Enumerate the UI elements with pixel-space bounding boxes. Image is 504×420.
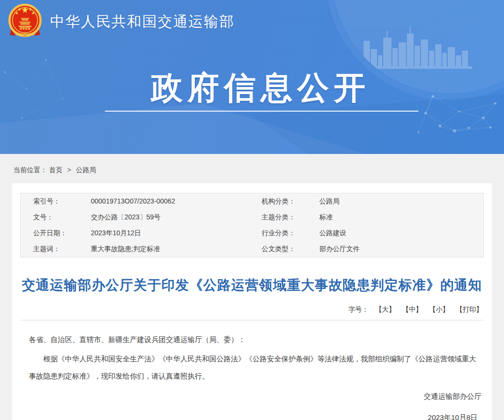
breadcrumb-bureau-link[interactable]: 公路局 bbox=[76, 166, 96, 174]
breadcrumb: 当前位置： 首页 > 公路局 bbox=[0, 154, 504, 183]
issuing-office: 交通运输部办公厅 bbox=[29, 390, 481, 403]
meta-label: 文号： bbox=[33, 209, 91, 225]
meta-label: 公文类型： bbox=[262, 241, 319, 257]
print-button[interactable]: 【打印】 bbox=[456, 305, 483, 313]
font-size-controls: 字号： 【大】 【中】 【小】 【打印】 bbox=[20, 305, 484, 320]
meta-value: 2023年10月12日 bbox=[91, 225, 141, 241]
meta-label: 机构分类： bbox=[262, 193, 319, 209]
meta-label: 索引号： bbox=[33, 193, 91, 209]
meta-row-agency-category: 机构分类： 公路局 bbox=[262, 193, 483, 209]
meta-value: 标准 bbox=[319, 209, 333, 225]
issue-date: 2023年10月8日 bbox=[29, 411, 481, 420]
body-paragraph: 根据《中华人民共和国安全生产法》《中华人民共和国公路法》《公路安全保护条例》等法… bbox=[29, 350, 481, 384]
title-underline bbox=[105, 111, 418, 112]
font-medium-button[interactable]: 【中】 bbox=[402, 305, 422, 313]
national-emblem-icon bbox=[7, 3, 43, 40]
meta-row-topic-category: 主题分类： 标准 bbox=[262, 209, 483, 225]
meta-row-industry-category: 行业分类： 公路建设 bbox=[262, 225, 483, 241]
meta-label: 行业分类： bbox=[262, 225, 319, 241]
meta-row-doc-type: 公文类型： 部办公厅文件 bbox=[262, 241, 483, 257]
site-masthead[interactable]: 中华人民共和国交通运输部 bbox=[7, 3, 235, 40]
meta-row-keywords: 主题词： 重大事故隐患;判定标准 bbox=[33, 241, 255, 257]
font-small-button[interactable]: 【小】 bbox=[429, 305, 449, 313]
meta-row-index-number: 索引号： 000019713O07/2023-00062 bbox=[33, 193, 255, 209]
meta-value: 公路局 bbox=[319, 193, 340, 209]
metadata-right-column: 机构分类： 公路局 主题分类： 标准 行业分类： 公路建设 公文类型： 部办公厅… bbox=[255, 193, 483, 257]
document-title: 交通运输部办公厅关于印发《公路运营领域重大事故隐患判定标准》的通知 bbox=[20, 277, 484, 294]
site-name: 中华人民共和国交通运输部 bbox=[50, 12, 235, 32]
metadata-left-column: 索引号： 000019713O07/2023-00062 文号： 交办公路〔20… bbox=[21, 193, 255, 257]
breadcrumb-separator: > bbox=[67, 166, 71, 174]
font-large-button[interactable]: 【大】 bbox=[375, 305, 395, 313]
city-skyline-graphic bbox=[332, 27, 472, 69]
page-title: 政府信息公开 bbox=[9, 66, 504, 110]
breadcrumb-home-link[interactable]: 首页 bbox=[49, 166, 63, 174]
meta-value: 公路建设 bbox=[319, 225, 346, 241]
meta-value: 000019713O07/2023-00062 bbox=[91, 193, 175, 209]
document-metadata: 索引号： 000019713O07/2023-00062 文号： 交办公路〔20… bbox=[20, 193, 484, 257]
meta-label: 公开日期： bbox=[33, 225, 91, 241]
page: 中华人民共和国交通运输部 政府信息公开 当前位置： 首页 > 公路局 索引号： … bbox=[0, 0, 504, 420]
meta-row-doc-number: 文号： 交办公路〔2023〕59号 bbox=[33, 209, 255, 225]
content-panel: 索引号： 000019713O07/2023-00062 文号： 交办公路〔20… bbox=[12, 183, 492, 420]
meta-value: 重大事故隐患;判定标准 bbox=[91, 241, 160, 257]
meta-row-publish-date: 公开日期： 2023年10月12日 bbox=[33, 225, 255, 241]
breadcrumb-label: 当前位置： bbox=[13, 166, 47, 174]
font-size-label: 字号： bbox=[348, 305, 368, 313]
salutation: 各省、自治区、直辖市、新疆生产建设兵团交通运输厅（局、委）： bbox=[29, 333, 481, 346]
meta-value: 部办公厅文件 bbox=[319, 241, 360, 257]
document-body: 各省、自治区、直辖市、新疆生产建设兵团交通运输厅（局、委）： 根据《中华人民共和… bbox=[12, 333, 492, 420]
meta-label: 主题词： bbox=[33, 241, 91, 257]
meta-label: 主题分类： bbox=[262, 209, 319, 225]
site-banner: 中华人民共和国交通运输部 政府信息公开 bbox=[0, 0, 504, 154]
meta-value: 交办公路〔2023〕59号 bbox=[91, 209, 161, 225]
